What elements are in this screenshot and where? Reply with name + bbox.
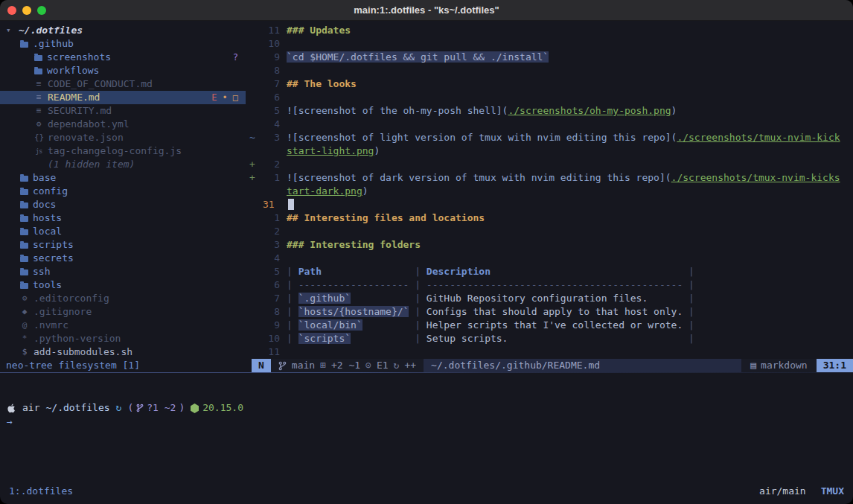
editor-line[interactable]: 8| `hosts/{hostname}/` | Configs that sh…: [246, 305, 853, 319]
mode-indicator: N: [252, 359, 271, 372]
shell-prompt-line: air ~/.dotfiles ↻ ( ?1 ~2 ) 20.15.0: [7, 401, 853, 415]
nvim-statusline: N main ⊞ +2 ~1 ⊙ E1 ↻ ++ ~/.dotfiles/.gi…: [252, 359, 853, 372]
tree-item-label: config: [33, 185, 68, 198]
shell-input-line[interactable]: →: [7, 415, 853, 429]
editor-line[interactable]: 3### Interesting folders: [246, 238, 853, 252]
tree-item-readme-md[interactable]: ≡README.mdE•□: [0, 91, 246, 104]
editor-line[interactable]: 6| ------------------- | ---------------…: [246, 278, 853, 292]
editor-line[interactable]: 4: [246, 118, 853, 131]
tree-item-code-of-conduct-md[interactable]: ≡CODE_OF_CONDUCT.md: [0, 77, 246, 91]
editor-line[interactable]: start-light.png): [246, 144, 853, 158]
tree-item-dotfiles[interactable]: ▾~/.dotfiles: [0, 24, 246, 37]
gutter-sign-empty: [246, 91, 261, 104]
close-button[interactable]: [7, 6, 16, 15]
text-segment-pipe: |: [415, 266, 426, 277]
text-segment-alt: ![screenshot of the oh-my-posh shell](: [287, 105, 508, 116]
line-text: [280, 225, 287, 238]
editor-line[interactable]: tart-dark.png): [246, 185, 853, 198]
tree-item-1-hidden-item[interactable]: (1 hidden item): [0, 158, 246, 171]
tree-item-tag-changelog-config-js[interactable]: jstag-changelog-config.js: [0, 144, 246, 158]
tree-item-renovate-json[interactable]: {}renovate.json: [0, 131, 246, 144]
zoom-button[interactable]: [37, 6, 46, 15]
text-segment-txt: [362, 319, 415, 331]
tree-item-nvmrc[interactable]: @.nvmrc: [0, 319, 246, 332]
gutter-sign-empty: [246, 64, 261, 77]
neotree-sidebar[interactable]: ▾~/.dotfiles.githubscreenshots?workflows…: [0, 21, 246, 359]
gutter-sign-empty: [246, 104, 261, 118]
tree-item-label: hosts: [33, 211, 62, 225]
text-segment-txt2: Setup scripts.: [426, 333, 508, 344]
diagnostics-count: E1: [377, 359, 389, 372]
editor-line[interactable]: 5![screenshot of the oh-my-posh shell](.…: [246, 104, 853, 118]
editor-line[interactable]: +2: [246, 158, 853, 171]
tree-item-ssh[interactable]: ssh: [0, 265, 246, 278]
tree-item-editorconfig[interactable]: ⚙.editorconfig: [0, 292, 246, 305]
chevron-down-icon: ▾: [6, 24, 14, 37]
editor-buffer[interactable]: 11### Updates109`cd $HOME/.dotfiles && g…: [246, 21, 853, 359]
tree-item-config[interactable]: config: [0, 185, 246, 198]
gutter-sign-empty: [246, 332, 261, 345]
folder-icon: [20, 283, 28, 289]
editor-line[interactable]: 6: [246, 91, 853, 104]
tree-item-hosts[interactable]: hosts: [0, 211, 246, 225]
editor-line[interactable]: 11: [246, 345, 853, 359]
line-text: [281, 198, 294, 211]
line-number: 11: [261, 345, 280, 359]
git-status-markers: ?: [233, 51, 238, 64]
line-text: | `local/bin` | Helper scripts that I've…: [280, 319, 694, 332]
tree-item-local[interactable]: local: [0, 225, 246, 238]
tree-item-screenshots[interactable]: screenshots?: [0, 51, 246, 64]
line-text: | `.github` | GitHub Repository configur…: [280, 292, 694, 305]
minimize-button[interactable]: [22, 6, 31, 15]
line-text: [280, 64, 287, 77]
editor-line[interactable]: 10: [246, 37, 853, 51]
editor-line[interactable]: 1## Interesting files and locations: [246, 211, 853, 225]
editor-line[interactable]: +1![screenshot of dark version of tmux w…: [246, 171, 853, 185]
editor-line[interactable]: 4: [246, 252, 853, 265]
editor-line[interactable]: 8: [246, 64, 853, 77]
line-text: | ------------------- | ----------------…: [280, 278, 694, 292]
shell-pane[interactable]: air ~/.dotfiles ↻ ( ?1 ~2 ) 20.15.0: [0, 373, 853, 479]
editor-line[interactable]: 7## The looks: [246, 77, 853, 91]
text-segment-h2: ## Interesting files and locations: [287, 212, 485, 223]
tree-item-workflows[interactable]: workflows: [0, 64, 246, 77]
tmux-window-tab[interactable]: 1:.dotfiles: [9, 485, 73, 498]
text-segment-code: `cd $HOME/.dotfiles && git pull && ./ins…: [287, 51, 549, 63]
line-number: 3: [261, 238, 280, 252]
editor-line[interactable]: 9| `local/bin` | Helper scripts that I'v…: [246, 319, 853, 332]
tree-item-docs[interactable]: docs: [0, 198, 246, 211]
tree-item-scripts[interactable]: scripts: [0, 238, 246, 252]
line-text: [280, 252, 287, 265]
text-segment-pipe: |: [689, 293, 694, 304]
text-segment-url: start-light.png: [287, 145, 374, 156]
tree-item-dependabot-yml[interactable]: ⚙dependabot.yml: [0, 118, 246, 131]
tree-item-github[interactable]: .github: [0, 37, 246, 51]
status-marker: •: [223, 91, 228, 104]
folder-icon: [34, 55, 42, 61]
tree-item-secrets[interactable]: secrets: [0, 252, 246, 265]
editor-line[interactable]: 9`cd $HOME/.dotfiles && git pull && ./in…: [246, 51, 853, 64]
editor-line[interactable]: 31: [246, 198, 853, 211]
editor-line[interactable]: 5| Path | Description |: [246, 265, 853, 278]
tree-item-python-version[interactable]: *.python-version: [0, 332, 246, 345]
editor-line[interactable]: 11### Updates: [246, 24, 853, 37]
tree-item-gitignore[interactable]: ◆.gitignore: [0, 305, 246, 319]
line-text: ## The looks: [280, 77, 357, 91]
editor-line[interactable]: 7| `.github` | GitHub Repository configu…: [246, 292, 853, 305]
editor-line[interactable]: 2: [246, 225, 853, 238]
git-branch-label: main: [292, 359, 315, 372]
text-segment-alt: ): [362, 185, 368, 197]
text-segment-pipe: |: [287, 333, 298, 344]
tree-item-security-md[interactable]: ≡SECURITY.md: [0, 104, 246, 118]
line-number: 5: [261, 265, 280, 278]
tree-item-add-submodules-sh[interactable]: $add-submodules.sh: [0, 345, 246, 359]
editor-line[interactable]: 10| `scripts` | Setup scripts. |: [246, 332, 853, 345]
gutter-sign-empty: [246, 252, 261, 265]
tree-item-tools[interactable]: tools: [0, 278, 246, 292]
tree-item-label: tag-changelog-config.js: [48, 144, 182, 158]
editor-line[interactable]: ~3![screenshot of light version of tmux …: [246, 131, 853, 144]
text-segment-pipe: |: [415, 306, 426, 317]
tree-item-base[interactable]: base: [0, 171, 246, 185]
text-segment-pipe: |: [415, 293, 426, 304]
text-segment-h2: ## The looks: [287, 78, 357, 89]
